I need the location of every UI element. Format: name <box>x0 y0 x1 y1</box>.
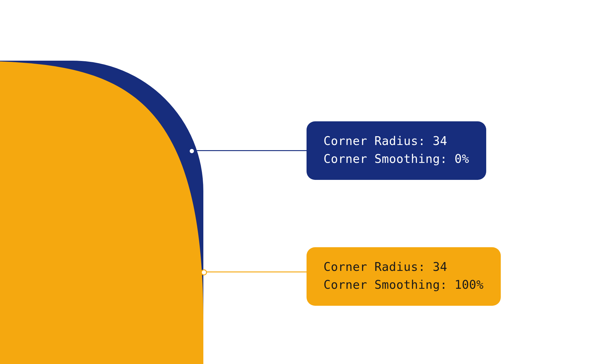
shape-full-smoothing-svg <box>0 61 203 364</box>
smoothing-value: 0% <box>455 152 469 166</box>
smoothing-label: Corner Smoothing: <box>324 278 447 292</box>
radius-label: Corner Radius: <box>324 260 426 274</box>
smoothing-value: 100% <box>455 278 484 292</box>
leader-dot-no-smoothing <box>189 148 195 154</box>
smoothing-label: Corner Smoothing: <box>324 152 447 166</box>
callout-row: Corner Smoothing: 100% <box>324 276 484 294</box>
leader-line-full-smoothing <box>204 271 307 272</box>
callout-row: Corner Radius: 34 <box>324 132 469 150</box>
callout-row: Corner Smoothing: 0% <box>324 150 469 168</box>
radius-label: Corner Radius: <box>324 134 426 148</box>
shape-full-smoothing <box>0 61 203 364</box>
leader-line-no-smoothing <box>192 150 307 151</box>
radius-value: 34 <box>433 134 447 148</box>
leader-dot-full-smoothing <box>201 269 207 275</box>
squircle-path <box>0 61 203 364</box>
diagram-stage: Corner Radius: 34 Corner Smoothing: 0% C… <box>0 0 607 364</box>
callout-no-smoothing: Corner Radius: 34 Corner Smoothing: 0% <box>307 121 486 180</box>
callout-row: Corner Radius: 34 <box>324 258 484 276</box>
callout-full-smoothing: Corner Radius: 34 Corner Smoothing: 100% <box>307 247 501 306</box>
radius-value: 34 <box>433 260 447 274</box>
